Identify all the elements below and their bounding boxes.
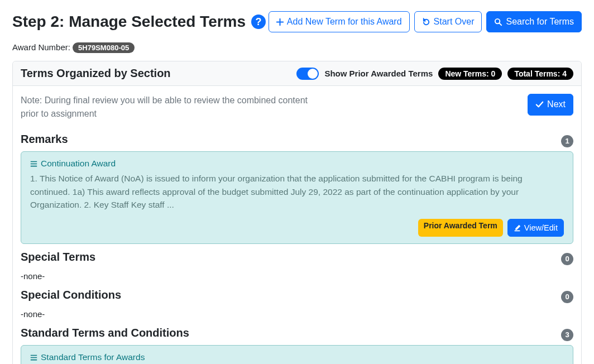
panel-title: Terms Organized by Section	[21, 67, 171, 80]
search-terms-button[interactable]: Search for Terms	[486, 11, 582, 32]
next-label: Next	[547, 98, 566, 111]
total-terms-badge: Total Terms: 4	[507, 68, 573, 80]
standard-card-title: Standard Terms for Awards	[41, 352, 145, 362]
start-over-button[interactable]: Start Over	[414, 11, 482, 32]
view-edit-button[interactable]: View/Edit	[507, 219, 564, 237]
prior-awarded-badge: Prior Awarded Term	[418, 219, 503, 237]
special-conditions-none: -none-	[21, 309, 573, 319]
award-number-line: Award Number: 5H79SM080-05	[12, 42, 582, 52]
edit-icon	[514, 224, 521, 232]
drag-handle-icon[interactable]	[30, 160, 37, 167]
search-terms-label: Search for Terms	[506, 16, 574, 28]
page-title: Step 2: Manage Selected Terms ?	[12, 13, 266, 31]
section-standard-title: Standard Terms and Conditions	[21, 327, 189, 339]
section-remarks-count: 1	[561, 135, 573, 147]
search-icon	[494, 18, 502, 26]
undo-icon	[422, 18, 430, 26]
drag-handle-icon[interactable]	[30, 354, 37, 361]
next-button[interactable]: Next	[528, 94, 573, 115]
section-remarks-title: Remarks	[21, 133, 68, 146]
plus-icon	[276, 18, 284, 26]
review-note: Note: During final review you will be ab…	[21, 94, 311, 121]
show-prior-label: Show Prior Awarded Terms	[324, 69, 433, 78]
start-over-label: Start Over	[434, 16, 475, 28]
page-title-text: Step 2: Manage Selected Terms	[12, 13, 246, 31]
section-special-terms-count: 0	[561, 253, 573, 265]
section-special-conditions-title: Special Conditions	[21, 289, 121, 301]
remarks-card-body: 1. This Notice of Award (NoA) is issued …	[30, 172, 564, 211]
view-edit-label: View/Edit	[524, 222, 558, 233]
new-terms-badge: New Terms: 0	[438, 68, 502, 80]
remarks-card: Continuation Award 1. This Notice of Awa…	[21, 151, 573, 244]
award-number-badge: 5H79SM080-05	[73, 42, 135, 53]
award-number-label: Award Number:	[12, 42, 70, 52]
section-special-conditions-count: 0	[561, 291, 573, 303]
show-prior-toggle[interactable]	[296, 68, 319, 80]
remarks-card-title: Continuation Award	[41, 159, 116, 169]
check-icon	[535, 100, 544, 109]
standard-card: Standard Terms for Awards Your organizat…	[21, 345, 573, 364]
add-term-label: Add New Term for this Award	[287, 16, 402, 28]
section-standard-count: 3	[561, 329, 573, 341]
help-icon[interactable]: ?	[251, 15, 266, 29]
special-terms-none: -none-	[21, 271, 573, 281]
section-special-terms-title: Special Terms	[21, 251, 95, 264]
add-term-button[interactable]: Add New Term for this Award	[269, 11, 410, 32]
